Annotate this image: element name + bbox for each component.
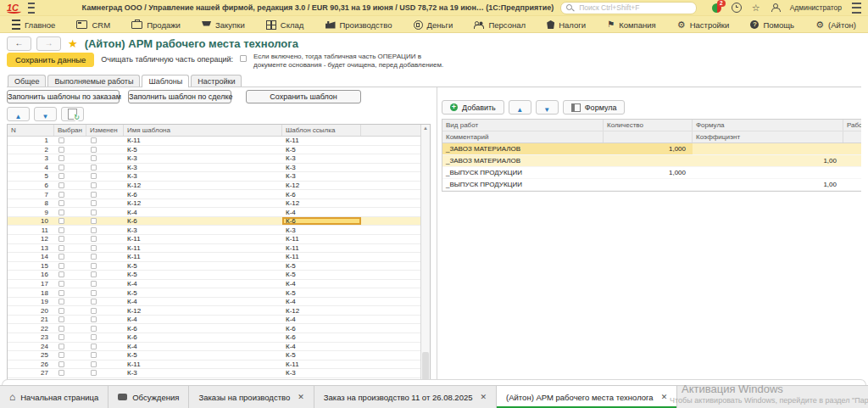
- menu-item-production[interactable]: Производство: [326, 20, 392, 30]
- selected-checkbox[interactable]: [58, 352, 64, 358]
- template-row[interactable]: 22К-6К-6: [8, 324, 420, 333]
- template-row[interactable]: 5К-3К-3: [8, 172, 420, 182]
- template-row[interactable]: 14К-11К-11: [8, 253, 420, 262]
- changed-checkbox[interactable]: [91, 218, 97, 224]
- changed-checkbox[interactable]: [91, 227, 97, 233]
- changed-checkbox[interactable]: [91, 352, 97, 358]
- menu-item-money[interactable]: Деньги: [414, 20, 453, 30]
- column-header-changed[interactable]: Изменен: [86, 125, 124, 136]
- template-row[interactable]: 7К-6К-6: [8, 190, 420, 199]
- changed-checkbox[interactable]: [91, 182, 97, 188]
- search-input[interactable]: [577, 3, 691, 13]
- changed-checkbox[interactable]: [91, 299, 97, 305]
- template-row[interactable]: 11К-3К-3: [8, 226, 420, 235]
- changed-checkbox[interactable]: [91, 200, 97, 206]
- changed-checkbox[interactable]: [91, 236, 97, 242]
- selected-checkbox[interactable]: [58, 361, 64, 367]
- changed-checkbox[interactable]: [91, 147, 97, 153]
- user-icon[interactable]: [771, 3, 780, 12]
- template-row[interactable]: 10К-6К-6: [8, 217, 420, 226]
- column-header-comment[interactable]: Комментарий: [442, 131, 604, 143]
- changed-checkbox[interactable]: [91, 334, 97, 340]
- back-button[interactable]: ←: [7, 36, 31, 51]
- works-move-up-button[interactable]: [509, 100, 531, 115]
- selected-checkbox[interactable]: [58, 281, 64, 287]
- favorite-star-icon[interactable]: [68, 38, 78, 49]
- changed-checkbox[interactable]: [91, 361, 97, 367]
- template-row[interactable]: 15К-5К-5: [8, 262, 420, 271]
- menu-item-ayton[interactable]: (Айтон): [815, 20, 856, 30]
- changed-checkbox[interactable]: [91, 173, 97, 179]
- selected-checkbox[interactable]: [58, 182, 64, 188]
- selected-checkbox[interactable]: [58, 227, 64, 233]
- menu-item-main[interactable]: Главное: [12, 20, 55, 30]
- menu-item-settings[interactable]: Настройки: [677, 20, 729, 30]
- global-search[interactable]: [560, 2, 697, 14]
- close-icon[interactable]: ✕: [481, 393, 487, 401]
- template-row[interactable]: 1К-11К-11: [8, 137, 420, 146]
- selected-checkbox[interactable]: [58, 334, 64, 340]
- template-row[interactable]: 21К-4К-4: [8, 316, 420, 325]
- changed-checkbox[interactable]: [91, 192, 97, 198]
- menu-item-taxes[interactable]: Налоги: [547, 20, 586, 30]
- column-header-name[interactable]: Имя шаблона: [124, 125, 282, 136]
- taskbar-tab[interactable]: Обсуждения: [108, 386, 189, 408]
- selected-checkbox[interactable]: [58, 155, 64, 161]
- template-row[interactable]: 8К-12К-12: [8, 199, 420, 209]
- work-row[interactable]: _ЗАВОЗ МАТЕРИАЛОВ1,00: [442, 155, 861, 167]
- column-header-formula[interactable]: Формула: [693, 120, 843, 131]
- changed-checkbox[interactable]: [91, 165, 97, 170]
- selected-checkbox[interactable]: [58, 245, 64, 251]
- selected-checkbox[interactable]: [58, 192, 64, 198]
- move-up-button[interactable]: [7, 107, 30, 121]
- changed-checkbox[interactable]: [91, 290, 97, 296]
- column-header-quantity[interactable]: Количество: [604, 120, 693, 131]
- selected-checkbox[interactable]: [58, 210, 64, 215]
- history-icon[interactable]: [732, 3, 742, 13]
- template-row[interactable]: 25К-5К-5: [8, 351, 420, 360]
- save-template-button[interactable]: Сохранить шаблон: [246, 90, 361, 103]
- fill-templates-by-orders-button[interactable]: Заполнить шаблоны по заказам: [7, 90, 120, 103]
- export-button[interactable]: [61, 107, 84, 121]
- work-row[interactable]: _ВЫПУСК ПРОДУКЦИИ1,00: [442, 179, 861, 191]
- changed-checkbox[interactable]: [91, 281, 97, 287]
- template-row[interactable]: 13К-11К-11: [8, 244, 420, 254]
- notifications-icon[interactable]: 2: [712, 3, 721, 13]
- selected-checkbox[interactable]: [58, 326, 64, 332]
- template-row[interactable]: 23К-6К-6: [8, 333, 420, 343]
- selected-checkbox[interactable]: [58, 308, 64, 314]
- move-down-button[interactable]: [34, 107, 57, 121]
- selected-checkbox[interactable]: [58, 299, 64, 305]
- taskbar-tab[interactable]: Заказ на производство 11 от 26.08.2025✕: [314, 386, 497, 408]
- selected-checkbox[interactable]: [58, 236, 64, 242]
- changed-checkbox[interactable]: [91, 316, 97, 322]
- changed-checkbox[interactable]: [91, 263, 97, 269]
- template-row[interactable]: 9К-4К-4: [8, 208, 420, 217]
- changed-checkbox[interactable]: [91, 245, 97, 251]
- column-header-workcenter[interactable]: Рабочий це: [843, 120, 861, 131]
- changed-checkbox[interactable]: [91, 271, 97, 277]
- template-row[interactable]: 19К-4К-4: [8, 298, 420, 307]
- template-row[interactable]: 16К-5К-5: [8, 271, 420, 280]
- selected-checkbox[interactable]: [58, 165, 64, 170]
- selected-checkbox[interactable]: [58, 147, 64, 153]
- changed-checkbox[interactable]: [91, 254, 97, 260]
- taskbar-tab[interactable]: Начальная страница: [0, 386, 108, 408]
- taskbar-tab[interactable]: Заказы на производство✕: [189, 386, 314, 408]
- selected-checkbox[interactable]: [58, 200, 64, 206]
- changed-checkbox[interactable]: [91, 155, 97, 161]
- selected-checkbox[interactable]: [58, 263, 64, 269]
- template-row[interactable]: 4К-3К-3: [8, 164, 420, 173]
- formula-button[interactable]: Формула: [563, 100, 626, 115]
- template-row[interactable]: 6К-12К-12: [8, 182, 420, 191]
- functions-menu-icon[interactable]: [852, 3, 861, 14]
- selected-checkbox[interactable]: [58, 290, 64, 296]
- scroll-up-arrow[interactable]: ▲: [421, 125, 430, 131]
- user-name[interactable]: Администратор: [790, 3, 842, 12]
- selected-checkbox[interactable]: [58, 271, 64, 277]
- menu-item-sales[interactable]: Продажи: [131, 20, 181, 30]
- menu-item-warehouse[interactable]: Склад: [266, 20, 304, 30]
- tab-Шаблоны[interactable]: Шаблоны: [142, 75, 189, 87]
- add-button[interactable]: Добавить: [442, 100, 504, 115]
- save-data-button[interactable]: Сохранить данные: [7, 53, 94, 67]
